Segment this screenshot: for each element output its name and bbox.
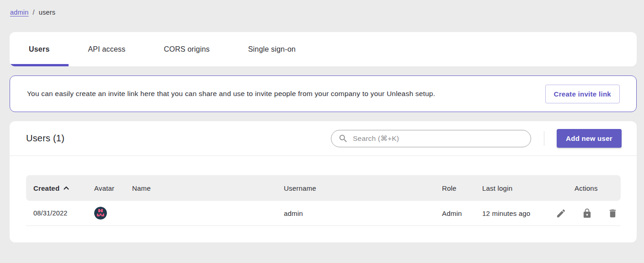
users-table: Created Avatar Name Username Role Last l… bbox=[10, 156, 637, 226]
column-header-username: Username bbox=[284, 184, 442, 192]
column-header-name: Name bbox=[132, 184, 284, 192]
add-new-user-button[interactable]: Add new user bbox=[557, 129, 622, 148]
change-password-button[interactable] bbox=[580, 206, 594, 220]
invite-banner-text: You can easily create an invite link her… bbox=[27, 90, 545, 98]
column-header-created-label: Created bbox=[33, 184, 59, 192]
breadcrumb-current-page: users bbox=[39, 9, 55, 16]
users-count-title: Users (1) bbox=[26, 133, 331, 144]
column-header-created[interactable]: Created bbox=[26, 184, 94, 192]
cell-username: admin bbox=[284, 209, 442, 217]
breadcrumb-separator: / bbox=[33, 9, 35, 16]
settings-tabs-card: Users API access CORS origins Single sig… bbox=[10, 32, 637, 66]
cell-avatar bbox=[94, 207, 132, 220]
table-row: 08/31/2022 bbox=[26, 201, 621, 226]
delete-user-button[interactable] bbox=[606, 206, 620, 220]
trash-icon bbox=[607, 208, 618, 219]
sort-ascending-icon bbox=[64, 186, 69, 190]
edit-user-button[interactable] bbox=[554, 206, 568, 220]
create-invite-link-button[interactable]: Create invite link bbox=[545, 85, 620, 103]
search-icon bbox=[338, 134, 348, 144]
avatar bbox=[94, 207, 107, 220]
cell-last-login: 12 minutes ago bbox=[482, 209, 553, 217]
edit-pencil-icon bbox=[556, 208, 566, 219]
tab-single-sign-on[interactable]: Single sign-on bbox=[229, 32, 315, 66]
lock-icon bbox=[582, 208, 592, 219]
search-input[interactable] bbox=[353, 134, 524, 143]
header-divider bbox=[544, 131, 544, 146]
invite-link-banner: You can easily create an invite link her… bbox=[10, 75, 637, 112]
tab-cors-origins[interactable]: CORS origins bbox=[145, 32, 229, 66]
tab-api-access[interactable]: API access bbox=[69, 32, 144, 66]
users-card-header: Users (1) Add new user bbox=[10, 121, 637, 156]
search-box[interactable] bbox=[331, 130, 531, 147]
breadcrumb: admin / users bbox=[0, 0, 644, 32]
cell-created: 08/31/2022 bbox=[26, 209, 94, 217]
column-header-last-login: Last login bbox=[482, 184, 553, 192]
table-header: Created Avatar Name Username Role Last l… bbox=[26, 175, 621, 201]
column-header-actions: Actions bbox=[553, 184, 621, 192]
column-header-role: Role bbox=[442, 184, 482, 192]
breadcrumb-admin-link[interactable]: admin bbox=[10, 9, 29, 16]
cell-role: Admin bbox=[442, 209, 482, 217]
users-card: Users (1) Add new user Created Avatar Na… bbox=[10, 121, 637, 242]
column-header-avatar: Avatar bbox=[94, 184, 132, 192]
tab-users[interactable]: Users bbox=[10, 32, 69, 66]
cell-actions bbox=[553, 206, 621, 220]
